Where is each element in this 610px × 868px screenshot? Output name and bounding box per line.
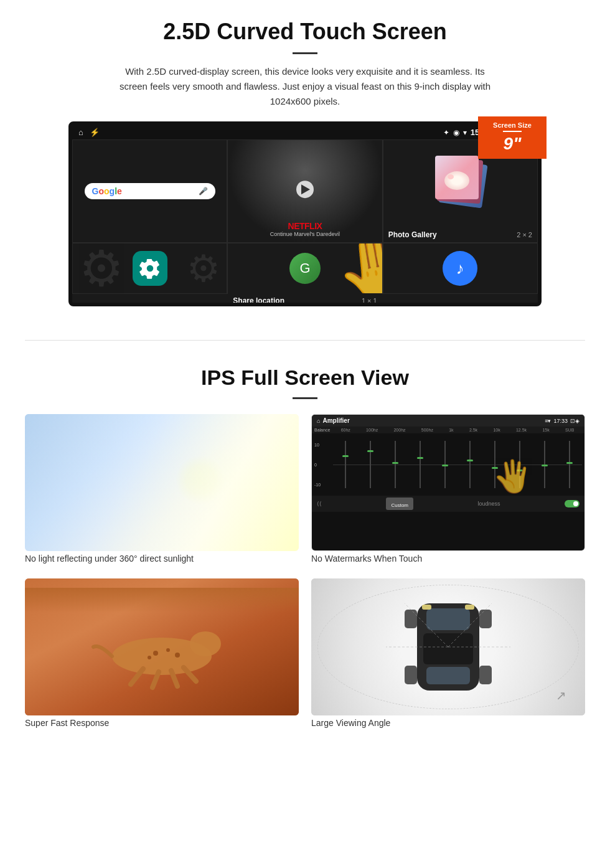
section1-underline — [293, 52, 317, 54]
feature-car: ↗ Large Viewing Angle — [311, 578, 585, 730]
netflix-thumbnail: NETFLIX Continue Marvel's Daredevil — [228, 140, 382, 242]
amp-home-icon: ⌂ — [317, 418, 320, 424]
badge-line — [503, 131, 522, 132]
amp-controls: ⟨⟨ Custom loudness — [312, 496, 584, 512]
slider-5[interactable] — [444, 441, 446, 489]
amp-prev-icon[interactable]: ⟨⟨ — [317, 501, 322, 507]
slider-3[interactable] — [395, 441, 396, 489]
status-bar-left: ⌂ ⚡ — [78, 128, 100, 137]
amp-header: ⌂ Amplifier ≡ ▾ 17:33 ⊡ ◈ — [312, 415, 584, 427]
home-icon[interactable]: ⌂ — [78, 128, 83, 137]
feature-amplifier: ⌂ Amplifier ≡ ▾ 17:33 ⊡ ◈ Balance — [311, 414, 585, 566]
amp-freq-labels: 60hz100hz200hz500hz1k2.5k10k12.5k15kSUB — [333, 428, 582, 432]
amp-custom-label: Custom — [391, 502, 408, 508]
badge-label: Screen Size — [484, 121, 540, 129]
svg-rect-12 — [423, 633, 473, 664]
amp-wifi-icon: ▾ — [548, 418, 551, 424]
play-button[interactable] — [296, 181, 314, 198]
app-cell-maps[interactable]: 🤚 G Share location 1 × 1 — [227, 243, 382, 294]
app-cell-google[interactable]: Google 🎤 Google 3 × 1 — [72, 139, 227, 243]
status-bar: ⌂ ⚡ ✦ ◉ ▾ 15:06 ⊡ ◈ ☒ ▭ — [72, 125, 538, 139]
amp-loudness-label: loudness — [478, 501, 500, 507]
gallery-name: Photo Gallery — [388, 230, 437, 239]
amp-vol-icon: ◈ — [575, 418, 580, 424]
music-icon-bg: ♪ — [443, 251, 477, 286]
gallery-size: 2 × 2 — [517, 231, 532, 238]
amp-cam-icon: ⊡ — [570, 418, 575, 424]
usb-icon: ⚡ — [90, 128, 100, 137]
share-thumbnail: 🤚 G — [228, 243, 382, 293]
section2-title: IPS Full Screen View — [25, 366, 585, 390]
slider-1[interactable] — [345, 441, 346, 489]
amp-loudness-toggle[interactable] — [565, 500, 580, 507]
section2-underline — [293, 397, 317, 399]
amp-time: 17:33 — [553, 418, 568, 424]
section1-title: 2.5D Curved Touch Screen — [37, 19, 573, 45]
amp-y-labels: 100-10 — [314, 435, 332, 494]
music-note-icon: ♪ — [456, 259, 464, 278]
car-top-view-svg — [386, 597, 510, 697]
page: 2.5D Curved Touch Screen With 2.5D curve… — [0, 0, 610, 749]
amp-custom-btn[interactable]: Custom — [386, 498, 413, 510]
location-icon: ◉ — [453, 128, 459, 137]
mic-icon[interactable]: 🎤 — [199, 187, 208, 196]
slider-4[interactable] — [420, 441, 421, 489]
svg-rect-19 — [465, 605, 474, 610]
section1-description: With 2.5D curved-display screen, this de… — [118, 64, 492, 109]
google-search-bar[interactable]: Google 🎤 — [85, 183, 215, 199]
maps-letter: G — [299, 260, 310, 276]
badge-size: 9" — [484, 134, 540, 154]
app-grid-bottom: ⚙ ⚙ Settings shortcut 1 × 1 — [72, 243, 538, 294]
svg-rect-17 — [479, 666, 492, 684]
google-logo: Google — [92, 186, 122, 196]
slider-6[interactable] — [469, 441, 471, 489]
feature-sunlight: No light reflecting under 360° direct su… — [25, 414, 299, 566]
car-bg: ↗ — [311, 578, 585, 715]
device-screen: ⌂ ⚡ ✦ ◉ ▾ 15:06 ⊡ ◈ ☒ ▭ — [68, 121, 542, 306]
device-wrapper: Screen Size 9" ⌂ ⚡ ✦ ◉ ▾ 15:06 ⊡ — [68, 121, 542, 306]
svg-rect-11 — [426, 608, 470, 630]
car-image: ↗ — [311, 578, 585, 715]
cheetah-caption: Super Fast Response — [25, 715, 299, 730]
app-cell-netflix[interactable]: NETFLIX Continue Marvel's Daredevil Netf… — [227, 139, 382, 243]
svg-rect-16 — [405, 666, 417, 684]
features-grid: No light reflecting under 360° direct su… — [25, 414, 585, 730]
svg-point-5 — [148, 656, 151, 659]
gear-icon — [139, 257, 161, 280]
maps-icon: G — [289, 253, 321, 284]
maps-name: Share location — [233, 296, 284, 305]
svg-rect-15 — [479, 610, 492, 628]
svg-point-4 — [175, 653, 180, 658]
bluetooth-icon: ✦ — [443, 128, 449, 137]
app-grid-top: Google 🎤 Google 3 × 1 — [72, 139, 538, 243]
amp-balance-label: Balance — [314, 428, 332, 432]
feature-cheetah: Super Fast Response — [25, 578, 299, 730]
maps-label: Share location 1 × 1 — [228, 293, 382, 306]
angle-arrow: ↗ — [556, 688, 566, 703]
sound-label: Sound Search 1 × 1 — [383, 293, 537, 294]
section-divider — [25, 340, 585, 341]
app-cell-settings[interactable]: ⚙ ⚙ Settings shortcut 1 × 1 — [72, 243, 227, 294]
svg-rect-18 — [422, 605, 431, 610]
amp-sliders-container: 🖐 — [333, 435, 582, 494]
svg-point-3 — [166, 648, 170, 652]
sunlight-image — [25, 414, 299, 551]
cheetah-svg — [68, 600, 255, 694]
gallery-label: Photo Gallery 2 × 2 — [383, 227, 537, 242]
slider-10[interactable] — [569, 441, 570, 489]
settings-thumbnail: ⚙ ⚙ — [73, 243, 227, 293]
app-cell-sound[interactable]: ♪ Sound Search 1 × 1 — [383, 243, 538, 294]
maps-size: 1 × 1 — [362, 297, 377, 304]
netflix-subtitle: Continue Marvel's Daredevil — [233, 231, 377, 237]
screen-size-badge: Screen Size 9" — [478, 116, 547, 159]
settings-icon-bg — [133, 251, 167, 286]
slider-2[interactable] — [370, 441, 371, 489]
amp-screen: ⌂ Amplifier ≡ ▾ 17:33 ⊡ ◈ Balance — [312, 415, 584, 550]
google-thumbnail: Google 🎤 — [73, 140, 227, 242]
amp-title: Amplifier — [322, 417, 349, 424]
amplifier-image: ⌂ Amplifier ≡ ▾ 17:33 ⊡ ◈ Balance — [311, 414, 585, 551]
slider-9[interactable] — [544, 441, 545, 489]
svg-rect-14 — [405, 610, 417, 628]
amp-sliders-area: 100-10 — [312, 433, 584, 496]
amp-labels-row: Balance 60hz100hz200hz500hz1k2.5k10k12.5… — [312, 427, 584, 433]
